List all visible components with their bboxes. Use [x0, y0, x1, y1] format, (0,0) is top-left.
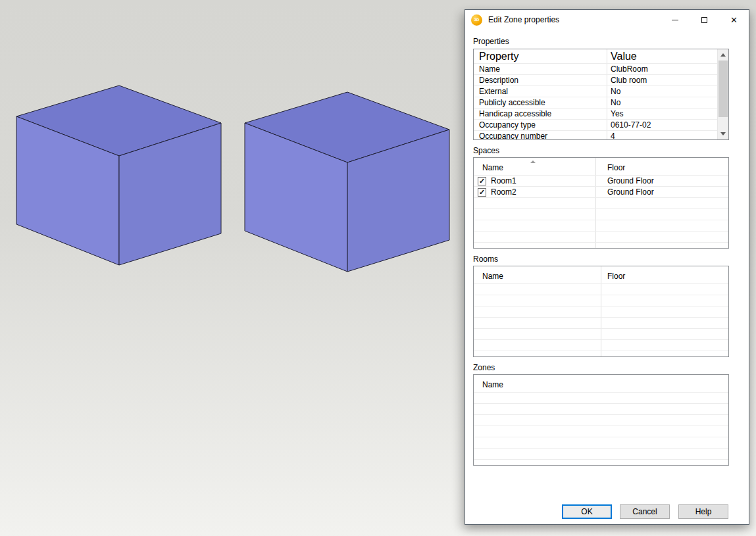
maximize-icon: [701, 17, 707, 23]
properties-scrollbar[interactable]: [717, 49, 728, 139]
property-cell-name: Occupancy number: [474, 131, 607, 140]
close-icon: ✕: [730, 15, 738, 25]
space-name-label: Room1: [486, 176, 517, 186]
help-button[interactable]: Help: [678, 504, 728, 519]
scroll-up-icon: [720, 53, 726, 57]
ok-button[interactable]: OK: [562, 504, 612, 519]
space-cell-floor: Ground Floor: [595, 187, 728, 197]
property-row[interactable]: ExternalNo: [474, 86, 717, 97]
zones-table: Name: [473, 374, 729, 466]
property-cell-value: 0610-77-02: [607, 120, 717, 130]
space-cell-name: ✓Room2: [474, 187, 595, 197]
property-cell-name: Description: [474, 75, 607, 85]
spaces-table-body: ✓Room1Ground Floor✓Room2Ground Floor: [474, 176, 728, 249]
property-cell-value: Club room: [607, 75, 717, 85]
property-row[interactable]: Publicly accessibleNo: [474, 97, 717, 109]
empty-row: [474, 220, 728, 231]
property-cell-name: External: [474, 86, 607, 97]
property-row[interactable]: DescriptionClub room: [474, 75, 717, 86]
empty-row: [474, 284, 728, 295]
column-header-floor[interactable]: Floor: [607, 272, 625, 281]
space-row[interactable]: ✓Room1Ground Floor: [474, 176, 728, 187]
space-row[interactable]: ✓Room2Ground Floor: [474, 187, 728, 198]
empty-row: [474, 243, 728, 249]
empty-row: [474, 340, 728, 351]
maximize-button[interactable]: [690, 10, 719, 30]
zones-table-body: [474, 393, 728, 466]
empty-row: [474, 404, 728, 415]
cancel-button[interactable]: Cancel: [620, 504, 670, 519]
column-header-property[interactable]: Property: [474, 49, 607, 63]
property-cell-name: Handicap accessible: [474, 109, 607, 119]
spaces-table-header[interactable]: Name Floor: [474, 158, 728, 176]
scroll-down-icon: [720, 132, 726, 135]
window-controls: ✕: [660, 10, 749, 30]
dialog-title: Edit Zone properties: [488, 15, 559, 24]
empty-row: [474, 351, 728, 357]
properties-table: Property Value NameClubRoomDescriptionCl…: [473, 49, 729, 140]
empty-row: [474, 393, 728, 404]
property-row[interactable]: Handicap accessibleYes: [474, 109, 717, 120]
property-cell-value: No: [607, 86, 717, 97]
space-name-label: Room2: [486, 187, 517, 197]
properties-table-body: NameClubRoomDescriptionClub roomExternal…: [474, 64, 717, 140]
empty-row: [474, 415, 728, 426]
rooms-label: Rooms: [473, 255, 498, 264]
empty-row: [474, 295, 728, 306]
property-row[interactable]: Occupancy number4: [474, 131, 717, 140]
sort-ascending-icon: [530, 160, 536, 163]
property-cell-value: 4: [607, 131, 717, 140]
minimize-icon: [672, 20, 678, 20]
dialog-titlebar[interactable]: 3D Edit Zone properties ✕: [465, 10, 749, 30]
close-button[interactable]: ✕: [719, 10, 749, 30]
property-row[interactable]: NameClubRoom: [474, 64, 717, 75]
empty-row: [474, 231, 728, 243]
empty-row: [474, 209, 728, 220]
property-cell-value: Yes: [607, 109, 717, 119]
zones-table-header[interactable]: Name: [474, 375, 728, 393]
rooms-table-body: [474, 284, 728, 357]
space-cell-name: ✓Room1: [474, 176, 595, 186]
spaces-table: Name Floor ✓Room1Ground Floor✓Room2Groun…: [473, 157, 729, 249]
scroll-down-button[interactable]: [718, 128, 728, 139]
spaces-label: Spaces: [473, 146, 499, 155]
minimize-button[interactable]: [660, 10, 690, 30]
empty-row: [474, 460, 728, 466]
property-cell-value: ClubRoom: [607, 64, 717, 74]
check-icon: ✓: [479, 178, 485, 185]
property-cell-name: Publicly accessible: [474, 97, 607, 108]
check-icon: ✓: [479, 189, 485, 196]
empty-row: [474, 426, 728, 437]
zones-label: Zones: [473, 363, 495, 372]
zone-box-2[interactable]: [245, 92, 449, 272]
space-checkbox[interactable]: ✓: [478, 177, 486, 185]
property-row[interactable]: Occupancy type0610-77-02: [474, 120, 717, 131]
scroll-thumb[interactable]: [718, 61, 728, 117]
rooms-table-header[interactable]: Name Floor: [474, 266, 728, 284]
zone-box-1[interactable]: [16, 85, 221, 265]
property-cell-value: No: [607, 97, 717, 108]
edit-zone-properties-dialog: 3D Edit Zone properties ✕ Properties Pro…: [465, 9, 749, 525]
column-header-name[interactable]: Name: [482, 163, 503, 172]
space-checkbox[interactable]: ✓: [478, 188, 486, 197]
empty-row: [474, 198, 728, 209]
property-cell-name: Name: [474, 64, 607, 74]
rooms-table: Name Floor: [473, 266, 729, 357]
empty-row: [474, 329, 728, 340]
column-header-value[interactable]: Value: [607, 49, 717, 63]
column-header-floor[interactable]: Floor: [607, 163, 625, 172]
property-cell-name: Occupancy type: [474, 120, 607, 130]
space-cell-floor: Ground Floor: [595, 176, 728, 186]
app-icon: 3D: [471, 14, 482, 26]
empty-row: [474, 437, 728, 449]
empty-row: [474, 449, 728, 460]
empty-row: [474, 318, 728, 329]
column-header-name[interactable]: Name: [482, 272, 503, 281]
empty-row: [474, 306, 728, 318]
properties-label: Properties: [473, 37, 509, 46]
column-header-name[interactable]: Name: [482, 380, 503, 389]
properties-table-header[interactable]: Property Value: [474, 49, 717, 64]
scroll-up-button[interactable]: [718, 49, 728, 61]
